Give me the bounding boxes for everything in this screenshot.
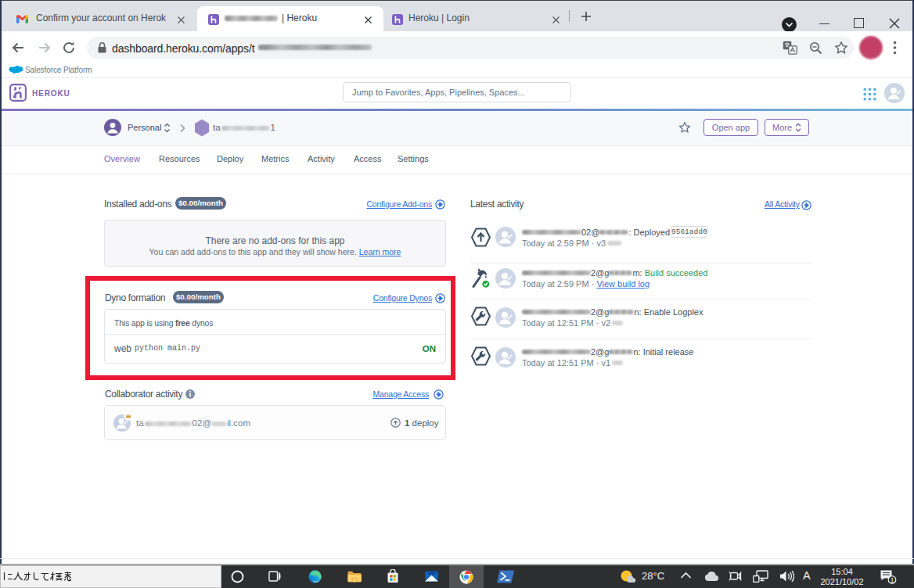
svg-text:1: 1 [891,576,894,584]
